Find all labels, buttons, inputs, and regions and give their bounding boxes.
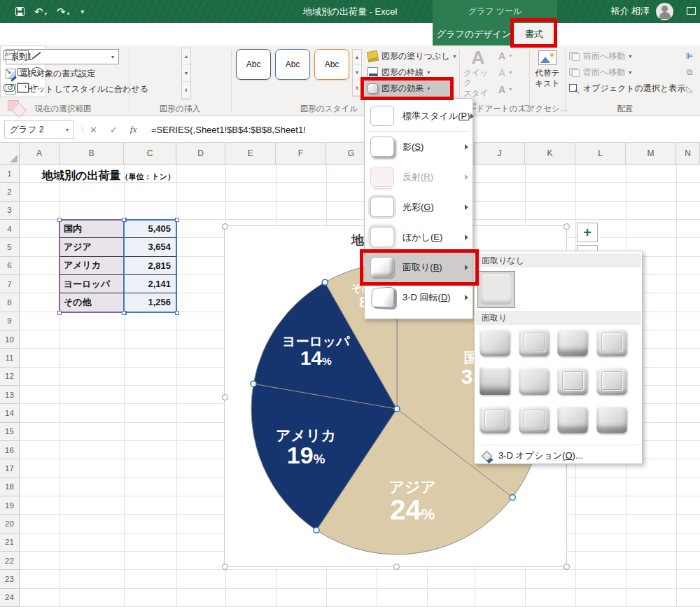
chart-resize-handle[interactable] bbox=[564, 564, 570, 570]
column-header-B[interactable]: B bbox=[59, 143, 124, 165]
row-header-18[interactable]: 18 bbox=[0, 478, 20, 496]
sheet-title-cell[interactable]: 地域別の出荷量（単位：トン） bbox=[42, 169, 175, 183]
tab-ページ レイアウト[interactable]: ページ レイアウト bbox=[119, 23, 186, 46]
save-icon[interactable] bbox=[15, 7, 24, 16]
row-header-5[interactable]: 5 bbox=[0, 238, 20, 256]
rotate-objects-icon[interactable]: ◺ bbox=[683, 83, 696, 94]
column-header-F[interactable]: F bbox=[276, 143, 326, 165]
tab-ヘルプ[interactable]: ヘルプ bbox=[333, 23, 371, 46]
align-objects-icon[interactable]: ⊫ bbox=[683, 50, 696, 62]
tab-ファイル[interactable]: ファイル bbox=[6, 23, 43, 46]
row-header-1[interactable]: 1 bbox=[0, 165, 20, 183]
bevel-option-8[interactable] bbox=[596, 367, 627, 395]
row-header-24[interactable]: 24 bbox=[0, 589, 20, 607]
chart-resize-handle[interactable] bbox=[222, 564, 228, 570]
row-header-4[interactable]: 4 bbox=[0, 220, 20, 238]
window-icon[interactable] bbox=[687, 7, 696, 15]
column-header-L[interactable]: L bbox=[575, 143, 626, 165]
shape-effects-button[interactable]: 図形の効果▾ bbox=[368, 83, 430, 95]
bring-forward-button[interactable]: 前面へ移動▾ bbox=[569, 50, 631, 62]
cancel-icon[interactable]: ✕ bbox=[90, 125, 97, 135]
row-header-15[interactable]: 15 bbox=[0, 423, 20, 441]
column-header-D[interactable]: D bbox=[176, 143, 225, 165]
column-header-A[interactable]: A bbox=[20, 143, 59, 165]
row-header-13[interactable]: 13 bbox=[0, 386, 20, 404]
series-handle[interactable] bbox=[314, 527, 319, 533]
chart-elements-button[interactable]: + bbox=[577, 223, 598, 242]
name-box[interactable]: グラフ 2 ▾ bbox=[4, 120, 74, 139]
shape-style-2[interactable]: Abc bbox=[275, 49, 310, 80]
rounded-rectangle-shape-icon[interactable] bbox=[4, 84, 15, 92]
insert-function-icon[interactable]: fx bbox=[130, 124, 136, 135]
vertical-textbox-icon[interactable] bbox=[18, 50, 29, 60]
shape-style-1[interactable]: Abc bbox=[236, 49, 271, 80]
table-row-value[interactable]: 5,405 bbox=[124, 220, 176, 238]
gallery-more-icon[interactable]: ⇟ bbox=[182, 82, 190, 99]
bevel-option-1[interactable] bbox=[479, 328, 510, 356]
shape-fill-button[interactable]: 図形の塗りつぶし▾ bbox=[368, 50, 456, 62]
insert-shapes-gallery[interactable] bbox=[0, 46, 46, 97]
group-objects-icon[interactable]: ⧉ bbox=[683, 67, 696, 78]
column-header-C[interactable]: C bbox=[124, 143, 176, 165]
text-effects-button[interactable]: A▾ bbox=[496, 82, 524, 97]
rectangle-shape-icon[interactable] bbox=[18, 68, 29, 76]
row-header-9[interactable]: 9 bbox=[0, 312, 20, 330]
l-shape-icon[interactable] bbox=[31, 83, 43, 92]
bevel-option-9[interactable] bbox=[479, 405, 510, 433]
bevel-option-10[interactable] bbox=[519, 405, 550, 433]
bevel-option-7[interactable] bbox=[557, 367, 588, 395]
menu-item-D[interactable]: 3-D 回転(D) bbox=[365, 282, 472, 312]
row-header-16[interactable]: 16 bbox=[0, 441, 20, 459]
customize-qat-icon[interactable]: ▾ bbox=[80, 8, 84, 15]
row-header-20[interactable]: 20 bbox=[0, 515, 20, 533]
textbox-icon[interactable] bbox=[4, 50, 15, 60]
table-row-label[interactable]: 国内 bbox=[59, 220, 124, 238]
line-shape-icon[interactable] bbox=[31, 50, 43, 60]
row-header-22[interactable]: 22 bbox=[0, 552, 20, 570]
shapes-gallery-scroll[interactable]: ▲ ▼ ⇟ bbox=[181, 48, 191, 99]
row-header-11[interactable]: 11 bbox=[0, 349, 20, 367]
tab-グラフのデザイン[interactable]: グラフのデザイン bbox=[435, 23, 512, 46]
bevel-option-4[interactable] bbox=[596, 328, 627, 356]
send-backward-button[interactable]: 背面へ移動▾ bbox=[569, 67, 631, 78]
tab-Power Pivot[interactable]: Power Pivot bbox=[371, 23, 435, 46]
row-header-14[interactable]: 14 bbox=[0, 404, 20, 422]
row-header-12[interactable]: 12 bbox=[0, 368, 20, 386]
triangle-shape-icon[interactable] bbox=[18, 83, 29, 92]
shape-style-3[interactable]: Abc bbox=[314, 49, 349, 80]
bevel-option-2[interactable] bbox=[519, 328, 550, 356]
formula-input[interactable]: =SERIES(,Sheet1!$B$4:$B$8,Sheet1! bbox=[151, 125, 306, 135]
redo-button[interactable]: ↷▾ bbox=[57, 6, 69, 18]
chart-resize-handle[interactable] bbox=[222, 223, 228, 230]
alt-text-button[interactable]: 代替テ キスト bbox=[532, 48, 563, 102]
table-row-value[interactable]: 2,141 bbox=[124, 275, 176, 293]
menu-item-G[interactable]: 光彩(G) bbox=[365, 192, 472, 222]
bevel-option-12[interactable] bbox=[596, 405, 627, 433]
bevel-option-6[interactable] bbox=[519, 367, 550, 395]
scroll-down-icon[interactable]: ▼ bbox=[182, 65, 190, 82]
row-header-17[interactable]: 17 bbox=[0, 459, 20, 477]
user-name[interactable]: 裕介 相澤 bbox=[610, 5, 650, 18]
table-row-value[interactable]: 2,815 bbox=[124, 257, 176, 275]
series-handle[interactable] bbox=[322, 279, 328, 285]
row-header-10[interactable]: 10 bbox=[0, 330, 20, 349]
bevel-option-11[interactable] bbox=[557, 405, 588, 433]
table-row-value[interactable]: 1,256 bbox=[124, 293, 176, 312]
row-header-19[interactable]: 19 bbox=[0, 496, 20, 515]
row-header-8[interactable]: 8 bbox=[0, 293, 20, 312]
no-bevel-option[interactable] bbox=[477, 271, 515, 308]
tab-データ[interactable]: データ bbox=[223, 23, 260, 46]
menu-item-B[interactable]: 面取り(B) bbox=[365, 252, 472, 282]
row-header-21[interactable]: 21 bbox=[0, 533, 20, 552]
gallery-more-icon[interactable]: ⇟ bbox=[353, 81, 361, 96]
bevel-option-5[interactable] bbox=[479, 367, 510, 395]
table-row-label[interactable]: その他 bbox=[59, 293, 124, 312]
column-header-M[interactable]: M bbox=[626, 143, 676, 165]
chart-resize-handle[interactable] bbox=[393, 564, 400, 570]
submenu-grip[interactable]: ···· bbox=[475, 457, 642, 463]
row-header-3[interactable]: 3 bbox=[0, 202, 20, 220]
menu-item-P[interactable]: 標準スタイル(P) bbox=[365, 101, 472, 131]
tab-表示[interactable]: 表示 bbox=[297, 23, 333, 46]
table-row-label[interactable]: ヨーロッパ bbox=[59, 275, 124, 293]
row-header-23[interactable]: 23 bbox=[0, 570, 20, 588]
